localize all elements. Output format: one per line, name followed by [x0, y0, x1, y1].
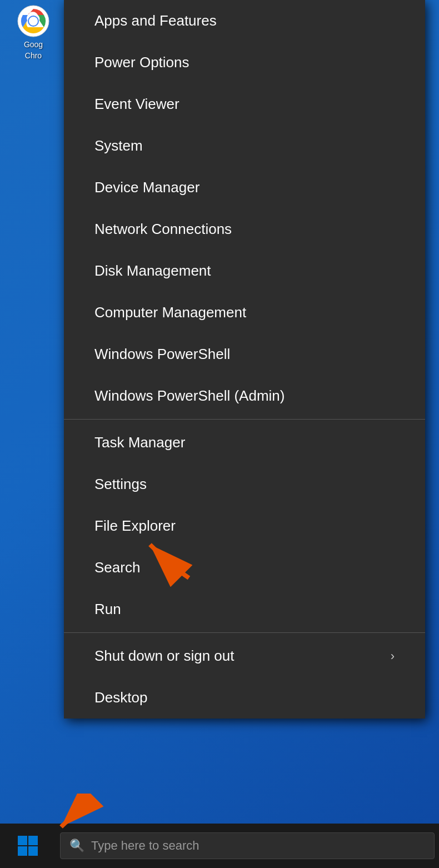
taskbar-search-bar[interactable]: 🔍 Type here to search [60, 832, 435, 859]
menu-item-windows-powershell[interactable]: Windows PowerShell [64, 333, 425, 375]
chrome-icon [17, 4, 50, 38]
menu-item-disk-management[interactable]: Disk Management [64, 250, 425, 292]
start-button[interactable] [0, 824, 56, 868]
menu-item-computer-management[interactable]: Computer Management [64, 292, 425, 333]
menu-item-search[interactable]: Search [64, 547, 425, 588]
menu-item-label-disk-management: Disk Management [94, 262, 211, 280]
chrome-label-line1: Goog [24, 40, 43, 49]
menu-item-label-task-manager: Task Manager [94, 434, 185, 451]
menu-item-event-viewer[interactable]: Event Viewer [64, 83, 425, 125]
taskbar: 🔍 Type here to search [0, 824, 439, 868]
menu-item-label-network-connections: Network Connections [94, 221, 232, 238]
menu-item-settings[interactable]: Settings [64, 463, 425, 505]
menu-item-system[interactable]: System [64, 125, 425, 167]
search-icon: 🔍 [69, 839, 84, 853]
menu-item-label-search: Search [94, 559, 140, 576]
menu-item-desktop[interactable]: Desktop [64, 677, 425, 719]
menu-item-arrow-shut-down-sign-out: › [391, 649, 395, 664]
menu-item-apps-and-features[interactable]: Apps and Features [64, 0, 425, 42]
menu-item-power-options[interactable]: Power Options [64, 42, 425, 83]
menu-item-label-file-explorer: File Explorer [94, 517, 176, 535]
svg-rect-5 [18, 836, 27, 845]
search-placeholder-text: Type here to search [91, 839, 199, 853]
menu-item-task-manager[interactable]: Task Manager [64, 422, 425, 463]
menu-item-label-power-options: Power Options [94, 54, 189, 71]
svg-rect-7 [18, 846, 27, 856]
menu-item-label-shut-down-sign-out: Shut down or sign out [94, 647, 235, 665]
svg-rect-6 [28, 836, 38, 845]
menu-item-device-manager[interactable]: Device Manager [64, 167, 425, 208]
svg-point-2 [29, 17, 38, 26]
svg-rect-8 [28, 846, 38, 856]
menu-divider-after-windows-powershell-admin [64, 419, 425, 420]
menu-divider-after-run [64, 632, 425, 633]
menu-item-label-device-manager: Device Manager [94, 179, 199, 196]
menu-item-label-settings: Settings [94, 476, 147, 493]
menu-item-label-computer-management: Computer Management [94, 304, 246, 321]
menu-item-windows-powershell-admin[interactable]: Windows PowerShell (Admin) [64, 375, 425, 417]
context-menu: Apps and FeaturesPower OptionsEvent View… [64, 0, 425, 719]
menu-item-label-event-viewer: Event Viewer [94, 96, 179, 113]
menu-item-label-windows-powershell: Windows PowerShell [94, 346, 230, 363]
menu-item-run[interactable]: Run [64, 588, 425, 630]
chrome-label-line2: Chro [25, 51, 42, 60]
menu-item-label-system: System [94, 137, 143, 154]
windows-logo-icon [17, 835, 39, 857]
menu-item-shut-down-sign-out[interactable]: Shut down or sign out› [64, 635, 425, 677]
menu-item-label-run: Run [94, 601, 121, 618]
menu-item-network-connections[interactable]: Network Connections [64, 208, 425, 250]
menu-item-file-explorer[interactable]: File Explorer [64, 505, 425, 547]
menu-item-label-desktop: Desktop [94, 689, 147, 706]
chrome-icon-area: Goog Chro [0, 0, 67, 67]
menu-item-label-apps-and-features: Apps and Features [94, 12, 217, 29]
menu-item-label-windows-powershell-admin: Windows PowerShell (Admin) [94, 387, 285, 405]
